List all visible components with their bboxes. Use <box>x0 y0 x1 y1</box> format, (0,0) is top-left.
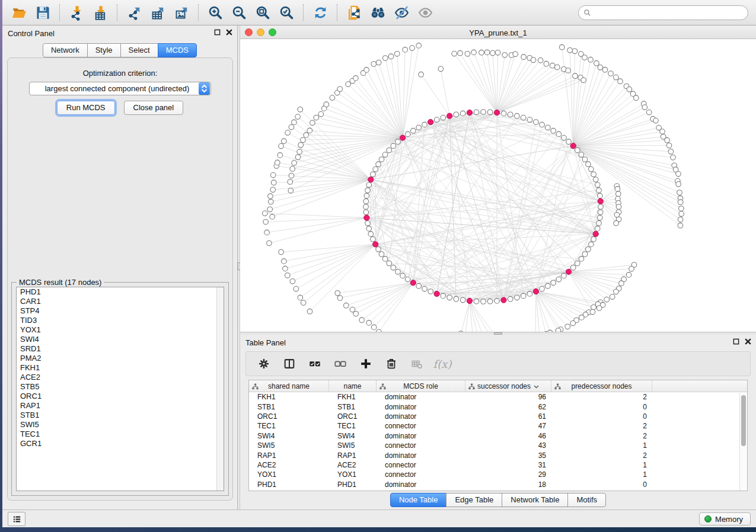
table-cell[interactable]: dominator <box>377 403 465 411</box>
refresh-layout-icon[interactable] <box>308 2 332 23</box>
tab-select[interactable]: Select <box>120 43 158 57</box>
tab-network-table[interactable]: Network Table <box>502 493 568 507</box>
zoom-fit-icon[interactable] <box>251 2 275 23</box>
graph-leaf-nodes[interactable] <box>263 43 684 332</box>
table-row[interactable]: TEC1TEC1connector472 <box>249 421 747 431</box>
tab-motifs[interactable]: Motifs <box>567 493 606 507</box>
table-cell[interactable]: RAP1 <box>329 451 377 460</box>
delete-column-icon[interactable] <box>384 356 399 371</box>
task-history-button[interactable] <box>8 512 25 526</box>
table-cell[interactable]: 1 <box>551 470 652 479</box>
result-list-scrollbar[interactable] <box>216 287 224 491</box>
table-cell[interactable]: 0 <box>551 403 652 411</box>
mcds-result-item[interactable]: SWI5 <box>17 420 224 430</box>
column-header-predecessor-nodes[interactable]: predecessor nodes <box>551 380 652 392</box>
share-document-icon[interactable] <box>342 2 366 23</box>
tab-network[interactable]: Network <box>43 43 88 57</box>
mcds-result-item[interactable]: PHD1 <box>17 287 224 297</box>
tab-edge-table[interactable]: Edge Table <box>446 493 502 507</box>
table-cell[interactable]: PHD1 <box>249 480 329 489</box>
table-row[interactable]: PHD1PHD1dominator180 <box>249 480 747 489</box>
table-cell[interactable]: 61 <box>465 412 551 421</box>
mcds-result-item[interactable]: STB1 <box>17 411 224 420</box>
table-row[interactable]: RAP1RAP1dominator352 <box>249 450 747 460</box>
mcds-result-item[interactable]: TEC1 <box>17 430 224 439</box>
table-cell[interactable]: STB1 <box>329 403 377 411</box>
mcds-result-item[interactable]: FKH1 <box>17 363 224 373</box>
tab-mcds[interactable]: MCDS <box>158 43 197 57</box>
table-row[interactable]: ORC1ORC1dominator610 <box>249 412 747 421</box>
table-cell[interactable]: 31 <box>465 461 551 469</box>
import-table-icon[interactable] <box>88 2 112 23</box>
mcds-result-item[interactable]: SWI4 <box>17 335 224 344</box>
table-cell[interactable]: STB1 <box>249 403 329 411</box>
table-cell[interactable]: dominator <box>377 412 465 421</box>
export-network-icon[interactable] <box>122 2 146 23</box>
table-cell[interactable]: 2 <box>551 451 652 460</box>
mcds-result-item[interactable]: YOX1 <box>17 325 224 335</box>
table-cell[interactable]: dominator <box>377 451 465 460</box>
table-cell[interactable]: 62 <box>465 403 551 411</box>
table-cell[interactable]: FKH1 <box>329 393 377 401</box>
table-cell[interactable]: FKH1 <box>249 393 329 401</box>
table-cell[interactable]: 18 <box>465 480 551 489</box>
table-scrollbar[interactable] <box>739 393 747 491</box>
table-cell[interactable]: 47 <box>465 422 551 430</box>
mcds-result-item[interactable]: CAR1 <box>17 297 224 306</box>
table-row[interactable]: SWI5SWI5connector431 <box>249 441 747 450</box>
memory-button[interactable]: Memory <box>699 512 751 525</box>
add-column-icon[interactable] <box>358 356 374 371</box>
table-cell[interactable]: YOX1 <box>249 470 329 479</box>
mcds-result-item[interactable]: GCR1 <box>17 439 224 448</box>
network-graph[interactable] <box>240 39 756 332</box>
table-cell[interactable]: SWI4 <box>249 432 329 440</box>
criterion-select[interactable]: largest connected component (undirected) <box>29 82 211 95</box>
table-cell[interactable]: 2 <box>551 422 652 430</box>
table-cell[interactable]: 2 <box>551 432 652 440</box>
table-cell[interactable]: 1 <box>551 441 652 450</box>
zoom-out-icon[interactable] <box>227 2 251 23</box>
search-network-icon[interactable] <box>366 2 390 23</box>
mcds-result-item[interactable]: ACE2 <box>17 373 224 382</box>
table-row[interactable]: SWI4SWI4dominator462 <box>249 431 747 441</box>
table-row[interactable]: FKH1FKH1dominator962 <box>249 392 747 402</box>
float-panel-icon[interactable] <box>214 29 221 36</box>
table-row[interactable]: STB1STB1dominator620 <box>249 402 747 411</box>
table-cell[interactable]: dominator <box>377 480 465 489</box>
table-cell[interactable]: 1 <box>551 461 652 469</box>
table-cell[interactable]: connector <box>377 441 465 450</box>
table-cell[interactable]: RAP1 <box>249 451 329 460</box>
import-network-icon[interactable] <box>65 2 88 23</box>
table-cell[interactable]: 29 <box>465 470 551 479</box>
hide-selected-icon[interactable] <box>390 2 413 23</box>
mcds-result-item[interactable]: TID3 <box>17 316 224 325</box>
close-panel-icon[interactable] <box>226 29 232 36</box>
mcds-result-item[interactable]: PMA2 <box>17 354 224 363</box>
table-cell[interactable]: ACE2 <box>329 461 377 469</box>
table-cell[interactable]: ORC1 <box>249 412 329 421</box>
table-cell[interactable]: ORC1 <box>329 412 377 421</box>
column-header-name[interactable]: name <box>329 380 377 392</box>
column-header-shared-name[interactable]: shared name <box>249 380 329 392</box>
table-cell[interactable]: 0 <box>551 412 652 421</box>
open-file-icon[interactable] <box>7 2 31 23</box>
mcds-result-item[interactable]: SRD1 <box>17 344 224 354</box>
table-cell[interactable]: 43 <box>465 441 551 450</box>
deselect-all-icon[interactable] <box>333 356 348 371</box>
table-cell[interactable]: SWI5 <box>249 441 329 450</box>
table-cell[interactable]: dominator <box>377 432 465 440</box>
split-panel-icon[interactable] <box>282 356 297 371</box>
export-image-icon[interactable] <box>170 2 193 23</box>
tab-style[interactable]: Style <box>87 43 121 57</box>
table-row[interactable]: ACE2ACE2connector311 <box>249 460 747 470</box>
search-input[interactable] <box>591 7 748 19</box>
table-cell[interactable]: TEC1 <box>329 422 377 430</box>
tab-node-table[interactable]: Node Table <box>390 493 447 507</box>
table-cell[interactable]: SWI5 <box>329 441 377 450</box>
run-mcds-button[interactable]: Run MCDS <box>57 101 115 115</box>
scrollbar-thumb[interactable] <box>741 395 746 446</box>
column-header-MCDS-role[interactable]: MCDS role <box>377 380 465 392</box>
table-cell[interactable]: TEC1 <box>249 422 329 430</box>
zoom-selected-icon[interactable] <box>275 2 298 23</box>
float-panel-icon[interactable] <box>733 338 739 345</box>
